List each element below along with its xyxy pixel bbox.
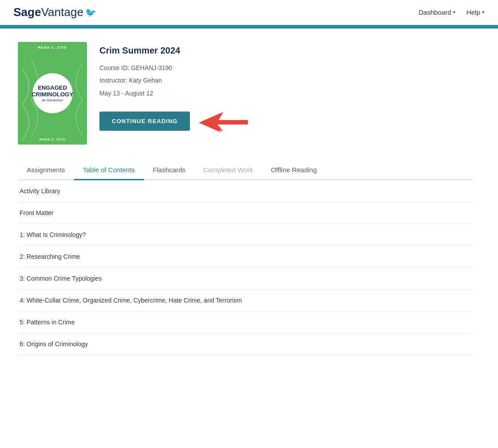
toc-item-chapter-2[interactable]: 2: Researching Crime [18,246,473,268]
toc-item-chapter-6[interactable]: 6: Origins of Criminology [18,333,473,355]
course-id: Course ID: GEHANJ-3190 [99,63,248,73]
toc-item-chapter-5[interactable]: 5: Patterns in Crime [18,311,473,333]
course-details: Crim Summer 2024 Course ID: GEHANJ-3190 … [99,42,248,133]
book-title-main: ENGAGEDCRIMINOLOGY [32,85,73,98]
course-dates: May 13 - August 12 [99,88,248,98]
toc-item-activity-library[interactable]: Activity Library [18,180,473,202]
main-content: RENA C. ZITO ENGAGEDCRIMINOLOGY An Intro… [0,29,490,369]
help-label: Help [466,8,480,16]
tab-table-of-contents[interactable]: Table of Contents [74,161,144,180]
continue-reading-button[interactable]: CONTINUE READING [99,112,190,131]
toc-item-chapter-4[interactable]: 4: White-Collar Crime, Organized Crime, … [18,290,473,311]
help-chevron-icon: ▾ [482,9,485,15]
tabs-section: Assignments Table of Contents Flashcards… [18,161,473,180]
tab-flashcards[interactable]: Flashcards [144,161,194,180]
toc-item-front-matter[interactable]: Front Matter [18,202,473,224]
dashboard-chevron-icon: ▾ [453,9,456,15]
logo-bird-icon: 🐦 [85,7,96,18]
logo: SageVantage🐦 [13,5,96,19]
dashboard-label: Dashboard [419,8,451,16]
tab-completed-work[interactable]: Completed Work [194,161,262,180]
course-title: Crim Summer 2024 [99,46,248,56]
help-nav[interactable]: Help ▾ [466,8,485,16]
tab-assignments[interactable]: Assignments [18,161,74,180]
svg-marker-1 [201,112,248,132]
header-nav: Dashboard ▾ Help ▾ [419,8,485,16]
book-author-bottom: RENA C. ZITO [39,138,65,141]
book-title-sub: An Introduction [42,99,63,102]
continue-btn-wrapper: CONTINUE READING [99,109,248,133]
toc-item-chapter-1[interactable]: 1: What Is Criminology? [18,224,473,246]
logo-sage: Sage [13,5,41,19]
book-cover: RENA C. ZITO ENGAGEDCRIMINOLOGY An Intro… [18,42,87,145]
toc-item-chapter-3[interactable]: 3: Common Crime Typologies [18,268,473,290]
book-author-top: RENA C. ZITO [38,46,67,50]
teal-divider [0,25,498,29]
toc-list: Activity Library Front Matter 1: What Is… [18,180,473,355]
course-section: RENA C. ZITO ENGAGEDCRIMINOLOGY An Intro… [18,42,473,145]
red-arrow-icon [199,109,248,133]
logo-vantage: Vantage [41,5,83,19]
book-circle: ENGAGEDCRIMINOLOGY An Introduction [33,73,73,113]
dashboard-nav[interactable]: Dashboard ▾ [419,8,456,16]
tab-offline-reading[interactable]: Offline Reading [262,161,325,180]
course-instructor: Instructor: Katy Gehan [99,75,248,85]
header: SageVantage🐦 Dashboard ▾ Help ▾ [0,0,498,25]
